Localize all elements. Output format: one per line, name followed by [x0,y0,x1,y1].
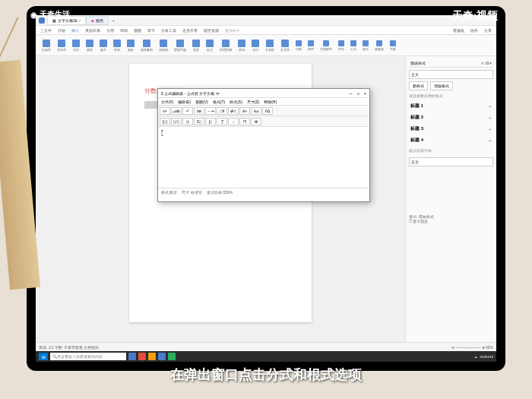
tab-layout[interactable]: 页面布局 [85,28,100,33]
bar-icon[interactable]: ▯̄ [217,118,227,125]
menu-file[interactable]: 文件(F) [161,100,173,104]
greek-upper-icon[interactable]: ΛΩ [262,107,273,115]
tab-member[interactable]: 会员专享 [182,28,198,33]
zoom-control[interactable]: ⊖ ———○——— ⊕ 92% [451,345,493,350]
mindmap-button[interactable]: 思维导图 [173,40,188,52]
tab-review[interactable]: 审阅 [120,28,128,33]
menu-size[interactable]: 尺寸(Z) [247,100,259,104]
start-button[interactable]: ⊞ [39,353,48,360]
wordart-button[interactable]: 艺术字 [279,40,291,52]
preview-checkbox[interactable]: ☐ 显示预览 [409,219,493,223]
operator-icon[interactable]: ±⊗ [194,107,204,115]
task-icon[interactable] [138,353,146,360]
tab-view[interactable]: 视图 [134,28,141,33]
dialog-titlebar[interactable]: Σ 公式编辑器 - 公式在 文字文稿 中 — □ × [158,89,369,98]
pin-icon[interactable]: ⊡ [486,61,489,65]
misc-icon[interactable]: ∂∞ [239,107,250,115]
tab-reference[interactable]: 引用 [106,28,114,33]
shape-button[interactable]: 形状 [112,40,122,52]
bookmark-button[interactable]: 书签 [388,40,397,51]
tab-docer[interactable]: 稻壳资源 [204,28,219,33]
blank-page-button[interactable]: 空白页 [55,40,68,52]
equation-button[interactable]: 公式 [349,40,358,51]
menu-format[interactable]: 格式(T) [213,100,225,104]
tab-dev[interactable]: 开发工具 [161,28,176,33]
docer-tab[interactable]: ◆ 稻壳 [86,16,109,25]
arrow-template-icon[interactable]: → [228,118,239,125]
pagenum-button[interactable]: 页码 [236,40,247,52]
hyperlink-button[interactable]: 超链接 [373,40,385,51]
document-area[interactable]: 分数线怎么打 Σ 公式编辑器 - 公式在 文字文稿 中 — □ × 文件(F) … [36,56,405,351]
task-icon[interactable] [148,353,156,360]
attach-button[interactable]: 附件 [306,40,315,51]
file-menu[interactable]: 三文件 [40,28,52,33]
style-heading2[interactable]: 标题 2↵ [409,112,493,123]
symbol-button[interactable]: 符号 [337,40,346,51]
logic-icon[interactable]: ∴∀ [217,107,227,115]
flowchart-button[interactable]: 流程图 [157,40,169,52]
menu-view[interactable]: 视图(V) [195,100,208,104]
body-style-input[interactable] [409,157,493,166]
search-cmd[interactable]: 查找命令 [225,28,240,33]
feedback-icon[interactable]: ☺ [480,61,484,65]
fraction-radical-icon[interactable]: ▯/▯ [171,118,182,125]
tray-icon[interactable]: ▲ [474,355,477,359]
table-button[interactable]: 表格 [84,40,95,52]
arrow-icon[interactable]: →⇔ [205,107,216,115]
number-button[interactable]: 编号 [361,40,370,51]
new-tab-button[interactable]: + [109,18,118,23]
date-button[interactable]: 日期 [294,40,303,51]
titlebar: ▦ 文字文稿16 × ◆ 稻壳 + [36,15,496,26]
template-toolbar: (▯) ▯/▯ ▯ⁿ Σ▯ ∫▯ ▯̄ → Π ⊞ [158,116,369,127]
product-icon[interactable]: Π [239,118,250,125]
menu-style[interactable]: 样式(S) [230,100,242,104]
ribbon-collab[interactable]: 协作 [470,28,478,33]
search-input[interactable]: 🔍 在这里输入你要搜索的内容 [50,353,126,360]
ribbon-changes[interactable]: 有修改 [453,28,464,33]
menu-help[interactable]: 帮助(H) [264,100,277,104]
subscript-icon[interactable]: ▯ⁿ [182,118,193,125]
close-icon[interactable]: × [364,91,366,96]
icon-button[interactable]: 图标 [125,40,136,52]
textbox-button[interactable]: 文本框 [264,40,276,52]
ribbon-share[interactable]: 分享 [484,28,492,33]
clear-format-button[interactable]: 清除格式 [430,81,453,90]
watermark-button[interactable]: 水印 [250,40,261,52]
greek-lower-icon[interactable]: λω [251,107,261,115]
prime-icon[interactable]: •″ [182,107,193,115]
style-name-input[interactable] [409,70,493,79]
new-style-button[interactable]: 新样式 [409,81,428,90]
task-icon[interactable] [158,353,166,360]
minimize-icon[interactable]: — [349,91,353,96]
parts-button[interactable]: 文档部件 [318,40,334,51]
maximize-icon[interactable]: □ [357,91,359,96]
set-icon[interactable]: ∉⊂ [228,107,239,115]
integral-icon[interactable]: ∫▯ [205,118,216,125]
page-break-button[interactable]: 分页 [71,40,81,52]
picture-button[interactable]: 图片 [98,40,109,52]
ribbon-tabs: 三文件 开始 插入 页面布局 引用 审阅 视图 章节 开发工具 会员专享 稻壳资… [36,26,496,35]
tab-chapter[interactable]: 章节 [147,28,155,33]
more-button[interactable]: 更多 [191,40,201,52]
comment-button[interactable]: 批注 [204,40,215,52]
tab-start[interactable]: 开始 [58,28,65,33]
equation-edit-area[interactable] [158,127,369,188]
system-tray[interactable]: ▲ 2023/1/18 [474,355,493,359]
style-heading3[interactable]: 标题 3↵ [409,123,493,135]
matrix-icon[interactable]: ⊞ [251,118,261,125]
task-icon[interactable] [128,353,136,360]
sum-icon[interactable]: Σ▯ [194,118,204,125]
cover-button[interactable]: 封面页 [40,40,52,52]
material-button[interactable]: 稻壳素材 [139,40,154,52]
header-footer-button[interactable]: 页眉页脚 [218,40,233,52]
style-heading4[interactable]: 标题 4↵ [409,135,493,146]
fence-icon[interactable]: (▯) [160,118,170,125]
close-icon[interactable]: × [79,18,81,23]
style-heading1[interactable]: 标题 1↵ [409,100,493,112]
tab-insert[interactable]: 插入 [71,28,79,33]
space-icon[interactable]: ⊿ab [171,107,182,115]
relation-icon[interactable]: ≤≠ [160,107,170,115]
menu-edit[interactable]: 编辑(E) [178,100,191,104]
task-icon[interactable] [168,353,176,360]
close-icon[interactable]: × [489,61,492,65]
